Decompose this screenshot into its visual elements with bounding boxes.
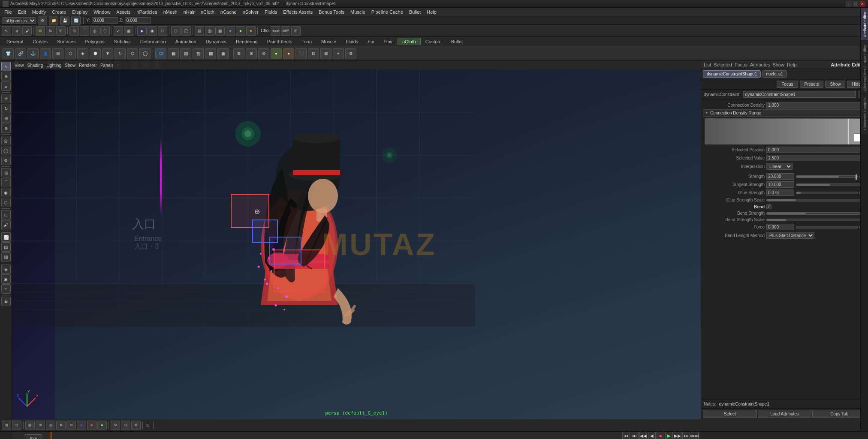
extra-tool-12[interactable]: ⊡ (121, 421, 130, 430)
menu-item-fields[interactable]: Fields (262, 9, 280, 15)
shelf-icon-15[interactable]: ▧ (180, 48, 191, 59)
copy-tab-btn[interactable]: Copy Tab (812, 410, 866, 418)
shelf-icon-18[interactable]: ▦ (217, 48, 229, 59)
glue-strength-scale-slider[interactable] (766, 199, 865, 201)
select-tool-btn[interactable]: ↖ (2, 26, 11, 36)
lasso-tool[interactable]: ⌀ (1, 81, 11, 91)
menu-item-file[interactable]: File (2, 9, 15, 15)
menu-item-edit[interactable]: Edit (15, 9, 29, 15)
tangent-strength-value[interactable] (766, 181, 794, 188)
extra-btn-2[interactable]: ▥ (205, 26, 214, 36)
scale-tool[interactable]: ⊞ (1, 114, 11, 123)
extra-tool-11[interactable]: ↻ (111, 421, 120, 430)
shading-menu[interactable]: Shading (27, 63, 43, 68)
shelf-icon-21[interactable]: ⊘ (258, 48, 269, 59)
constraint-value-input[interactable] (743, 91, 856, 98)
select-tool[interactable]: ↖ (1, 62, 11, 71)
glue-strength-slider[interactable] (796, 192, 858, 194)
shelf-icon-24[interactable]: ⬛ (295, 48, 307, 59)
extra-tool-10[interactable]: ■ (97, 421, 107, 430)
paint-scene[interactable]: 🖌 (1, 220, 11, 229)
menu-item-display[interactable]: Display (69, 9, 90, 15)
extra-tool-3[interactable]: ▤ (25, 421, 35, 430)
prev-key-btn[interactable]: ⏭ (631, 432, 639, 439)
shelf-icon-7[interactable]: ◈ (77, 48, 88, 59)
timeline-frame-box[interactable]: 825 (25, 434, 42, 439)
snap-curve-btn[interactable]: ⌒ (80, 26, 89, 36)
reset-btn[interactable]: reset (271, 26, 280, 36)
visor[interactable]: ◉ (1, 274, 11, 284)
menu-item-ncache[interactable]: nCache (218, 9, 239, 15)
menu-item-nparticles[interactable]: nParticles (134, 9, 160, 15)
shelf-icon-10[interactable]: ↻ (115, 48, 126, 59)
shelf-tab-general[interactable]: General (2, 38, 28, 45)
menu-item-muscle[interactable]: Muscle (348, 9, 368, 15)
snap-live[interactable]: ⬡ (1, 198, 11, 207)
display-render-btn[interactable]: □ (158, 26, 167, 36)
next-key-btn[interactable]: ⏭ (682, 432, 690, 439)
renderer-menu[interactable]: Renderer (79, 63, 97, 68)
shelf-icon-11[interactable]: ⌬ (127, 48, 138, 59)
shelf-tab-hair[interactable]: Hair (380, 38, 398, 45)
menu-item-bonus-tools[interactable]: Bonus Tools (316, 9, 347, 15)
load-attributes-btn[interactable]: Load Attributes (758, 410, 812, 418)
graph-editor[interactable]: 📈 (1, 232, 11, 242)
rotate-tool[interactable]: ↻ (1, 104, 11, 113)
attr-tab-focus[interactable]: Focus (735, 62, 747, 67)
show-button[interactable]: Show (825, 81, 845, 88)
lighting-menu[interactable]: Lighting (46, 63, 61, 68)
move-tool[interactable]: ✛ (1, 94, 11, 103)
shelf-icon-6[interactable]: ⬡ (65, 48, 76, 59)
z-input[interactable] (125, 17, 151, 24)
shelf-icon-17[interactable]: ▩ (205, 48, 216, 59)
lasso-tool-btn[interactable]: ⌀ (12, 26, 21, 36)
show-hide-btn[interactable]: ⬡ (171, 26, 181, 36)
render-region[interactable]: □ (1, 210, 11, 220)
menu-item-window[interactable]: Window (91, 9, 113, 15)
attr-content[interactable]: Connection Density ▼ Connection Density … (701, 99, 868, 400)
extra-btn-6[interactable]: ● (246, 26, 256, 36)
shelf-tab-animation[interactable]: Animation (171, 38, 201, 45)
universal-tool[interactable]: ⊕ (1, 123, 11, 133)
soft-mod-tool[interactable]: ◎ (1, 136, 11, 145)
side-tab-channel-box[interactable]: Channel Box / Layer Editor (861, 41, 868, 94)
connection-density-range-header[interactable]: ▼ Connection Density Range (703, 109, 866, 117)
shelf-tab-subdivs[interactable]: Subdivs (109, 38, 136, 45)
menu-item-ncloth[interactable]: nCloth (198, 9, 217, 15)
prev-frame-btn[interactable]: ◀◀ (639, 432, 647, 439)
hypershade[interactable]: ◈ (1, 265, 11, 274)
side-tab-character-controls[interactable]: Character Controls (861, 94, 868, 134)
shelf-icon-19[interactable]: ⊕ (233, 48, 244, 59)
shelf-icon-20[interactable]: ⊗ (246, 48, 257, 59)
timeline-ruler[interactable]: 500 1000 1500 2000 2500 3000 3500 4000 4… (12, 432, 701, 439)
shelf-icon-3[interactable]: ⚓ (27, 48, 39, 59)
shelf-icon-16[interactable]: ▨ (193, 48, 204, 59)
color-ramp[interactable] (705, 118, 865, 144)
extra-btn-3[interactable]: ▦ (215, 26, 225, 36)
paint-sel-btn[interactable]: 🖌 (22, 26, 32, 36)
stop-btn[interactable]: ■ (657, 432, 664, 439)
render-btn[interactable]: ▶ (137, 26, 147, 36)
next-frame-btn[interactable]: ▶▶ (674, 432, 681, 439)
selected-position-value[interactable] (766, 147, 865, 153)
menu-item-nsolver[interactable]: nSolver (240, 9, 261, 15)
show-menu[interactable]: Show (65, 63, 75, 68)
attr-tab-attributes[interactable]: Attributes (750, 62, 770, 67)
viewport[interactable]: View Shading Lighting Show Renderer Pane… (12, 61, 701, 419)
node-tab-constraint[interactable]: dynamicConstraintShape1 (703, 70, 761, 78)
shelf-tab-dynamics[interactable]: Dynamics (201, 38, 231, 45)
tangent-strength-slider[interactable] (796, 183, 865, 186)
shelf-icon-28[interactable]: ⊚ (345, 48, 356, 59)
y-input[interactable] (92, 17, 118, 24)
attr-tab-help[interactable]: Help (787, 62, 797, 67)
extra-tool-9[interactable]: ■ (87, 421, 96, 430)
presets-button[interactable]: Presets (800, 81, 824, 88)
mode-dropdown[interactable]: nDynamics (2, 17, 36, 24)
shelf-tab-rendering[interactable]: Rendering (231, 38, 262, 45)
extra-tool-4[interactable]: ⊕ (36, 421, 45, 430)
shelf-tab-muscle[interactable]: Muscle (316, 38, 341, 45)
play-fwd-btn[interactable]: ▶ (665, 432, 673, 439)
focus-button[interactable]: Focus (777, 81, 798, 88)
shelf-tab-bullet[interactable]: Bullet (446, 38, 468, 45)
shelf-icon-23[interactable]: ● (283, 48, 294, 59)
